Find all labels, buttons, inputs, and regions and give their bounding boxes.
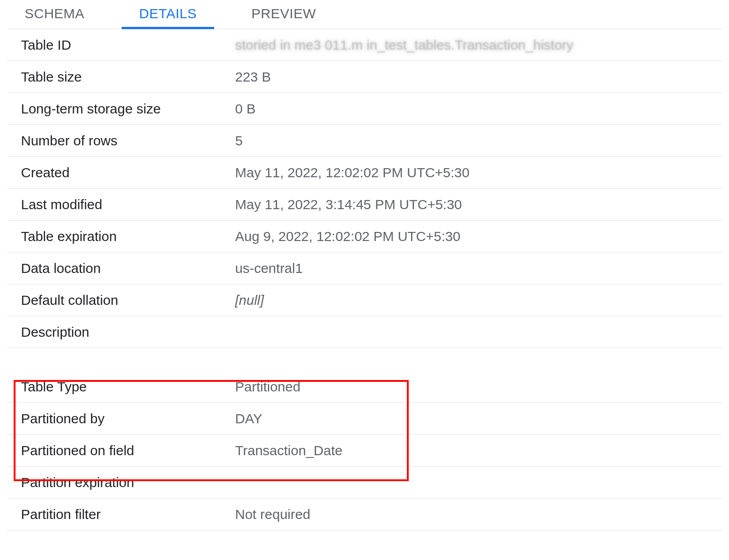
detail-row: Partition filter Not required	[7, 498, 722, 530]
detail-row: Last modified May 11, 2022, 3:14:45 PM U…	[7, 189, 722, 221]
detail-row: Created May 11, 2022, 12:02:02 PM UTC+5:…	[7, 157, 722, 189]
detail-row: Table Type Partitioned	[7, 371, 722, 403]
detail-row: Long-term storage size 0 B	[7, 93, 722, 125]
detail-row: Table ID storied in me3 011.m in_test_ta…	[7, 29, 722, 61]
detail-row: Number of rows 5	[7, 125, 722, 157]
label-partition-expiration: Partition expiration	[7, 468, 231, 498]
value-data-location: us-central1	[231, 253, 722, 283]
value-partition-filter: Not required	[231, 499, 722, 529]
detail-row: Default collation [null]	[7, 284, 722, 316]
value-table-expiration: Aug 9, 2022, 12:02:02 PM UTC+5:30	[231, 221, 722, 252]
tab-preview[interactable]: PREVIEW	[247, 0, 321, 29]
value-table-id: storied in me3 011.m in_test_tables.Tran…	[231, 30, 722, 60]
label-long-term-storage: Long-term storage size	[7, 94, 231, 124]
value-table-type: Partitioned	[231, 372, 722, 402]
label-created: Created	[7, 158, 231, 188]
value-description	[231, 325, 722, 339]
detail-row: Partitioned by DAY	[7, 403, 722, 435]
label-last-modified: Last modified	[7, 190, 231, 220]
detail-row: Table expiration Aug 9, 2022, 12:02:02 P…	[7, 221, 722, 252]
value-table-size: 223 B	[231, 62, 722, 92]
label-default-collation: Default collation	[7, 285, 231, 315]
value-num-rows: 5	[231, 126, 722, 156]
tabs-bar: SCHEMA DETAILS PREVIEW	[7, 0, 722, 29]
label-description: Description	[7, 317, 231, 347]
label-table-expiration: Table expiration	[7, 221, 231, 252]
label-partitioned-on-field: Partitioned on field	[7, 436, 231, 466]
value-partitioned-by: DAY	[231, 404, 722, 434]
value-default-collation: [null]	[231, 285, 722, 315]
label-table-type: Table Type	[7, 372, 231, 402]
label-partitioned-by: Partitioned by	[7, 404, 231, 434]
label-table-size: Table size	[7, 62, 231, 92]
detail-row: Data location us-central1	[7, 252, 722, 284]
label-partition-filter: Partition filter	[7, 499, 231, 529]
value-created: May 11, 2022, 12:02:02 PM UTC+5:30	[231, 158, 722, 188]
label-num-rows: Number of rows	[7, 126, 231, 156]
value-partitioned-on-field: Transaction_Date	[231, 436, 722, 466]
detail-row: Description	[7, 316, 722, 348]
detail-row: Table size 223 B	[7, 61, 722, 93]
label-table-id: Table ID	[7, 30, 231, 60]
detail-row: Partition expiration	[7, 467, 722, 498]
value-long-term-storage: 0 B	[231, 94, 722, 124]
detail-row: Partitioned on field Transaction_Date	[7, 435, 722, 467]
details-panel: Table ID storied in me3 011.m in_test_ta…	[7, 29, 722, 530]
value-partition-expiration	[231, 475, 722, 490]
value-last-modified: May 11, 2022, 3:14:45 PM UTC+5:30	[231, 190, 722, 220]
tab-schema[interactable]: SCHEMA	[20, 0, 89, 29]
tab-details[interactable]: DETAILS	[134, 0, 201, 29]
label-data-location: Data location	[7, 253, 231, 283]
